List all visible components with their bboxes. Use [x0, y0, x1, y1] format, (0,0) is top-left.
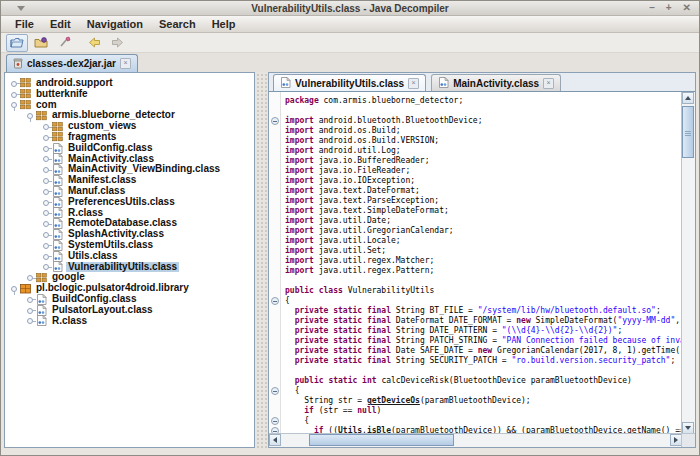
tree-expand-handle[interactable]	[42, 133, 52, 142]
tree-item-buildconfig-class[interactable]: BuildConfig.class	[5, 143, 254, 154]
vertical-scroll-thumb[interactable]	[682, 106, 694, 158]
tree-item-butterknife[interactable]: butterknife	[5, 89, 254, 100]
forward-button[interactable]	[107, 35, 127, 51]
code-link[interactable]: getDeviceOs	[367, 396, 420, 405]
horizontal-scrollbar[interactable]	[269, 433, 682, 447]
fold-collapse-icon[interactable]	[271, 387, 279, 395]
tree-expand-handle[interactable]	[42, 252, 52, 261]
close-button[interactable]: ✕	[683, 3, 691, 13]
menu-item-file[interactable]: File	[9, 18, 40, 30]
tree-expand-handle[interactable]	[42, 262, 52, 271]
menu-item-edit[interactable]: Edit	[44, 18, 77, 30]
editor-tab-bar: VulnerabilityUtils.class×MainActivity.cl…	[269, 73, 695, 92]
title-bar[interactable]: VulnerabilityUtils.class - Java Decompil…	[1, 1, 699, 16]
code-line	[285, 276, 682, 286]
search-button[interactable]	[54, 35, 74, 51]
tree-expand-handle[interactable]	[42, 241, 52, 250]
fold-collapse-icon[interactable]	[271, 417, 279, 425]
code-line: import java.util.Set;	[285, 246, 682, 256]
class-icon	[52, 229, 66, 240]
tree-expand-handle[interactable]	[42, 144, 52, 153]
tree-item-utils-class[interactable]: Utils.class	[5, 251, 254, 262]
menu-bar: FileEditNavigationSearchHelp	[1, 16, 699, 33]
open-file-button[interactable]	[6, 34, 28, 52]
code-line: private static final Date SAFE_DATE = ne…	[285, 346, 682, 356]
brush-icon	[58, 34, 71, 52]
package-icon	[20, 78, 34, 89]
window-title: VulnerabilityUtils.class - Java Decompil…	[1, 3, 699, 14]
class-icon	[52, 153, 66, 164]
code-line: {	[285, 386, 682, 396]
scrollbar-corner	[681, 433, 695, 447]
editor-tab-close-icon[interactable]: ×	[408, 78, 419, 89]
tree-item-vulnerabilityutils-class[interactable]: VulnerabilityUtils.class	[5, 262, 254, 273]
menu-item-help[interactable]: Help	[206, 18, 242, 30]
tree-expand-handle[interactable]	[42, 219, 52, 228]
tree-expand-handle[interactable]	[26, 316, 36, 325]
package-tree-panel: android.supportbutterknifecomarmis.blueb…	[4, 72, 255, 448]
class-icon	[52, 207, 66, 218]
horizontal-scroll-thumb[interactable]	[309, 434, 454, 446]
tree-item-custom-views[interactable]: custom_views	[5, 121, 254, 132]
fold-collapse-icon[interactable]	[271, 117, 279, 125]
menu-item-navigation[interactable]: Navigation	[81, 18, 149, 30]
package-tree: android.supportbutterknifecomarmis.blueb…	[5, 73, 254, 326]
code-line: package com.armis.blueborne_detector;	[285, 96, 682, 106]
code-lines[interactable]: package com.armis.blueborne_detector;imp…	[281, 92, 682, 434]
tree-expand-handle[interactable]	[42, 208, 52, 217]
tree-expand-handle[interactable]	[10, 79, 20, 88]
class-icon	[36, 305, 50, 316]
tree-expand-handle[interactable]	[26, 295, 36, 304]
scroll-left-button[interactable]	[269, 434, 281, 446]
scroll-up-button[interactable]	[682, 92, 694, 104]
class-icon	[52, 197, 66, 208]
tree-expand-handle[interactable]	[42, 230, 52, 239]
tree-item-systemutils-class[interactable]: SystemUtils.class	[5, 240, 254, 251]
tree-expand-handle[interactable]	[42, 176, 52, 185]
package-icon	[36, 110, 50, 121]
tree-collapse-handle[interactable]	[26, 111, 36, 120]
tree-collapse-handle[interactable]	[10, 284, 20, 293]
tree-collapse-handle[interactable]	[10, 100, 20, 109]
tree-expand-handle[interactable]	[42, 165, 52, 174]
main-tab-bar: classes-dex2jar.jar ×	[1, 53, 699, 72]
editor-tab-vulnerabilityutils-class[interactable]: VulnerabilityUtils.class×	[273, 74, 426, 91]
main-tab-close-icon[interactable]: ×	[120, 58, 131, 69]
editor-tab-close-icon[interactable]: ×	[543, 78, 554, 89]
class-icon	[52, 251, 66, 262]
tree-item-r-class[interactable]: R.class	[5, 316, 254, 327]
tab-classes-dex2jar[interactable]: classes-dex2jar.jar ×	[6, 54, 138, 72]
tree-expand-handle[interactable]	[42, 154, 52, 163]
code-line: {	[285, 296, 682, 306]
code-line: import java.util.Date;	[285, 216, 682, 226]
class-icon	[52, 143, 66, 154]
tree-item-preferencesutils-class[interactable]: PreferencesUtils.class	[5, 197, 254, 208]
forward-arrow-icon	[111, 34, 124, 52]
minimize-button[interactable]: –	[649, 3, 655, 13]
tree-item-pulsatorlayout-class[interactable]: PulsatorLayout.class	[5, 305, 254, 316]
tree-expand-handle[interactable]	[42, 198, 52, 207]
tree-expand-handle[interactable]	[26, 273, 36, 282]
back-button[interactable]	[84, 35, 104, 51]
back-arrow-icon	[88, 34, 101, 52]
tree-expand-handle[interactable]	[10, 90, 20, 99]
maximize-button[interactable]: +	[666, 3, 672, 13]
menu-item-search[interactable]: Search	[153, 18, 202, 30]
tree-item-manifest-class[interactable]: Manifest.class	[5, 175, 254, 186]
split-handle[interactable]	[255, 72, 268, 448]
vertical-scrollbar[interactable]	[681, 92, 695, 434]
editor-tab-mainactivity-class[interactable]: MainActivity.class×	[431, 74, 561, 91]
tree-expand-handle[interactable]	[26, 306, 36, 315]
open-type-button[interactable]	[31, 35, 51, 51]
code-line: if (str == null)	[285, 406, 682, 416]
editor-tab-label: VulnerabilityUtils.class	[295, 78, 404, 89]
editor-panel: VulnerabilityUtils.class×MainActivity.cl…	[268, 72, 696, 448]
fold-collapse-icon[interactable]	[271, 297, 279, 305]
code-line	[285, 366, 682, 376]
tree-expand-handle[interactable]	[42, 122, 52, 131]
arrow-left-icon	[273, 437, 277, 443]
tree-expand-handle[interactable]	[42, 187, 52, 196]
open-type-icon	[34, 34, 48, 52]
class-file-icon	[438, 74, 449, 92]
class-icon	[52, 186, 66, 197]
